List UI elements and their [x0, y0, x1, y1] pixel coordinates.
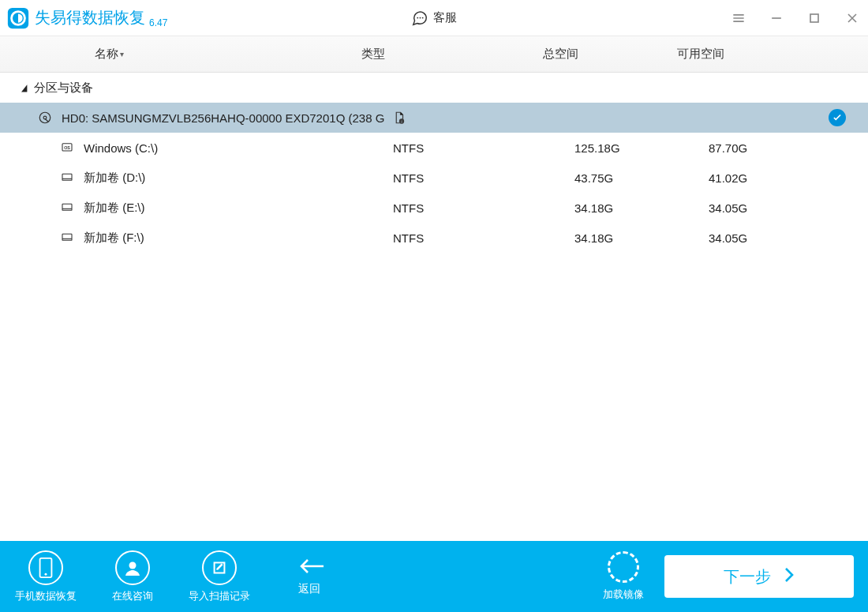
- device-row[interactable]: HD0: SAMSUNGMZVLB256HAHQ-00000 EXD7201Q …: [0, 103, 868, 133]
- svg-rect-14: [62, 234, 72, 240]
- svg-text:i: i: [402, 120, 402, 124]
- online-consult-button[interactable]: 在线咨询: [101, 550, 164, 603]
- svg-rect-5: [810, 14, 818, 22]
- menu-button[interactable]: [731, 10, 746, 26]
- device-name-wrap: HD0: SAMSUNGMZVLB256HAHQ-00000 EXD7201Q …: [62, 111, 409, 125]
- partition-free: 41.02G: [709, 171, 868, 185]
- next-button[interactable]: 下一步: [664, 555, 854, 598]
- svg-rect-12: [62, 174, 72, 180]
- selected-check-icon: [829, 109, 846, 126]
- drive-icon: [58, 231, 76, 245]
- column-free[interactable]: 可用空间: [677, 47, 868, 62]
- phone-recovery-label: 手机数据恢复: [15, 589, 77, 603]
- drive-icon: [58, 171, 76, 185]
- document-info-icon[interactable]: i: [392, 111, 406, 125]
- close-button[interactable]: [844, 10, 860, 26]
- import-scan-label: 导入扫描记录: [189, 589, 250, 603]
- load-image-button[interactable]: 加载镜像: [603, 551, 644, 602]
- partition-row[interactable]: 新加卷 (E:\)NTFS34.18G34.05G: [0, 193, 868, 223]
- section-header[interactable]: ◢ 分区与设备: [0, 73, 868, 103]
- os-drive-icon: OS: [58, 141, 76, 155]
- collapse-icon: ◢: [21, 82, 27, 93]
- online-consult-label: 在线咨询: [112, 589, 153, 603]
- partition-free: 34.05G: [709, 201, 868, 215]
- partition-name: Windows (C:\): [84, 141, 393, 155]
- back-button[interactable]: 返回: [298, 557, 325, 596]
- back-label: 返回: [298, 582, 320, 596]
- drive-icon: [58, 201, 76, 215]
- svg-point-4: [422, 17, 424, 18]
- chevron-right-icon: [784, 567, 795, 587]
- partition-type: NTFS: [393, 201, 574, 215]
- app-version: 6.47: [149, 17, 167, 28]
- column-total[interactable]: 总空间: [543, 47, 677, 62]
- partition-row[interactable]: 新加卷 (D:\)NTFS43.75G41.02G: [0, 163, 868, 193]
- dashed-circle-icon: [608, 551, 639, 583]
- column-name[interactable]: 名称 ▾: [32, 47, 361, 62]
- person-icon: [115, 550, 150, 585]
- title-bar: 失易得数据恢复 6.47 客服: [0, 0, 868, 36]
- partition-total: 125.18G: [574, 141, 709, 155]
- device-name: HD0: SAMSUNGMZVLB256HAHQ-00000 EXD7201Q …: [62, 111, 384, 125]
- svg-rect-13: [62, 204, 72, 210]
- app-title: 失易得数据恢复: [35, 7, 145, 28]
- svg-point-7: [43, 116, 47, 119]
- svg-point-2: [417, 17, 418, 18]
- partition-row[interactable]: 新加卷 (F:\)NTFS34.18G34.05G: [0, 223, 868, 253]
- app-logo-icon: [6, 6, 30, 30]
- column-headers: 名称 ▾ 类型 总空间 可用空间: [0, 36, 868, 73]
- support-label: 客服: [433, 10, 457, 25]
- svg-point-3: [420, 17, 421, 18]
- partition-name: 新加卷 (F:\): [84, 231, 393, 246]
- partition-type: NTFS: [393, 171, 574, 185]
- partition-total: 34.18G: [574, 231, 709, 245]
- bottom-bar: 手机数据恢复 在线咨询 导入扫描记录 返回 加载镜像 下一步: [0, 541, 868, 612]
- svg-text:OS: OS: [64, 145, 70, 150]
- section-title: 分区与设备: [34, 81, 93, 96]
- load-image-label: 加载镜像: [603, 588, 644, 602]
- partition-type: NTFS: [393, 231, 574, 245]
- column-name-label: 名称: [95, 47, 118, 62]
- partition-name: 新加卷 (E:\): [84, 201, 393, 216]
- main-area: ◢ 分区与设备 HD0: SAMSUNGMZVLB256HAHQ-00000 E…: [0, 73, 868, 541]
- partition-total: 43.75G: [574, 171, 709, 185]
- phone-recovery-button[interactable]: 手机数据恢复: [14, 550, 77, 603]
- phone-icon: [28, 550, 63, 585]
- hard-disk-icon: [36, 111, 54, 125]
- column-type[interactable]: 类型: [361, 47, 543, 62]
- partition-name: 新加卷 (D:\): [84, 171, 393, 186]
- svg-point-17: [129, 561, 137, 569]
- sort-desc-icon: ▾: [120, 50, 124, 58]
- import-scan-button[interactable]: 导入扫描记录: [188, 550, 251, 603]
- partition-type: NTFS: [393, 141, 574, 155]
- maximize-button[interactable]: [806, 10, 822, 26]
- chat-icon: [411, 9, 428, 27]
- partition-free: 87.70G: [709, 141, 868, 155]
- minimize-button[interactable]: [769, 10, 784, 26]
- partition-row[interactable]: OSWindows (C:\)NTFS125.18G87.70G: [0, 133, 868, 163]
- next-label: 下一步: [724, 566, 771, 588]
- partition-free: 34.05G: [709, 231, 868, 245]
- support-button[interactable]: 客服: [411, 9, 457, 27]
- window-controls: [731, 10, 860, 26]
- partition-total: 34.18G: [574, 201, 709, 215]
- back-arrow-icon: [298, 557, 325, 576]
- svg-point-16: [45, 573, 47, 575]
- import-icon: [202, 550, 237, 585]
